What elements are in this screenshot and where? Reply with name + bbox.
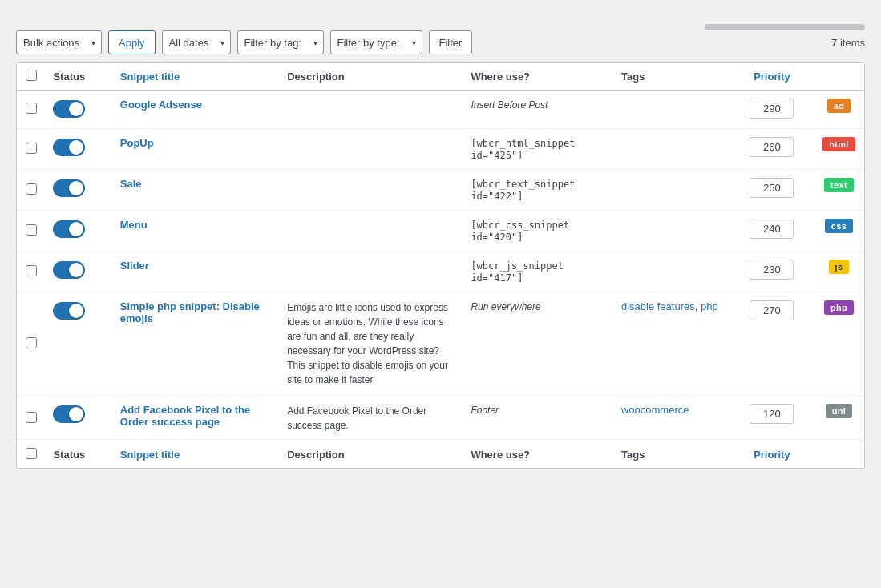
row-tags-cell [613, 129, 730, 170]
th-tags: Tags [613, 63, 730, 91]
row-priority-cell [730, 91, 814, 129]
row-title-cell: Slider [112, 252, 279, 292]
row-where-cell: [wbcr_js_snippet id="417"] [463, 252, 613, 292]
priority-input[interactable] [750, 178, 794, 198]
scrollbar-wrap[interactable] [16, 24, 865, 30]
row-where-cell: [wbcr_html_snippet id="425"] [463, 129, 613, 170]
snippet-title-link[interactable]: Google Adsense [120, 99, 202, 111]
row-priority-cell [730, 252, 814, 292]
row-checkbox[interactable] [26, 224, 37, 236]
filter-by-tag-select[interactable]: Filter by tag: [237, 30, 324, 54]
th-checkbox [17, 63, 45, 91]
row-status-cell [45, 129, 111, 170]
row-where-use: [wbcr_text_snippet id="422"] [471, 179, 575, 202]
th-status: Status [45, 63, 111, 91]
row-title-cell: PopUp [112, 129, 279, 170]
type-badge: text [824, 178, 854, 192]
tfoot-th-snippet-title[interactable]: Snippet title [112, 441, 279, 469]
priority-input[interactable] [750, 137, 794, 157]
table-row: Menu [wbcr_css_snippet id="420"] css [17, 211, 864, 252]
snippet-title-link[interactable]: Slider [120, 260, 149, 272]
tag-link[interactable]: php [701, 300, 718, 312]
row-checkbox[interactable] [26, 337, 37, 348]
row-checkbox-cell [17, 91, 45, 129]
row-description: Add Facebook Pixel to the Order success … [287, 405, 426, 431]
row-checkbox[interactable] [26, 412, 37, 423]
priority-input[interactable] [750, 219, 794, 239]
table-row: PopUp [wbcr_html_snippet id="425"] html [17, 129, 864, 170]
row-checkbox[interactable] [26, 265, 37, 276]
row-checkbox-cell [17, 292, 45, 396]
snippet-title-link[interactable]: Sale [120, 178, 142, 190]
row-where-use: [wbcr_html_snippet id="425"] [471, 138, 575, 161]
row-tags-cell: woocommerce [613, 396, 730, 441]
apply-button[interactable]: Apply [108, 30, 156, 54]
tfoot-th-description: Description [279, 441, 463, 469]
row-status-cell [45, 292, 111, 396]
row-priority-cell [730, 396, 814, 441]
row-tags-cell [613, 252, 730, 292]
select-all-footer-checkbox[interactable] [26, 448, 37, 459]
row-checkbox[interactable] [26, 103, 37, 114]
toggle-switch[interactable] [53, 179, 85, 197]
row-desc-cell [279, 91, 463, 129]
table-row: Slider [wbcr_js_snippet id="417"] js [17, 252, 864, 292]
select-all-checkbox[interactable] [26, 70, 37, 81]
row-where-use: [wbcr_js_snippet id="417"] [471, 260, 564, 284]
th-where-use: Where use? [463, 63, 613, 91]
tfoot-th-priority: Priority [730, 441, 814, 469]
row-desc-cell: Emojis are little icons used to express … [279, 292, 463, 396]
scrollbar-thumb[interactable] [705, 24, 865, 30]
row-priority-cell [730, 292, 814, 396]
row-checkbox-cell [17, 211, 45, 252]
priority-input[interactable] [750, 99, 794, 119]
row-tags-cell [613, 211, 730, 252]
tfoot-th-type [814, 441, 864, 469]
tfoot-th-checkbox [17, 441, 45, 469]
type-badge: css [825, 219, 853, 233]
row-status-cell [45, 252, 111, 292]
row-where-use: [wbcr_css_snippet id="420"] [471, 219, 569, 243]
toggle-switch[interactable] [53, 139, 85, 156]
snippet-title-link[interactable]: Menu [120, 219, 148, 231]
type-badge: js [829, 260, 850, 274]
th-snippet-title[interactable]: Snippet title [112, 63, 279, 91]
table-body: Google Adsense Insert Before Post ad Pop… [17, 91, 864, 441]
priority-input[interactable] [750, 404, 794, 424]
filter-by-type-select[interactable]: Filter by type: [330, 30, 422, 54]
row-title-cell: Menu [112, 211, 279, 252]
all-dates-select[interactable]: All dates [162, 30, 231, 54]
snippet-title-link[interactable]: Simple php snippet: Disable emojis [120, 300, 260, 324]
tag-link[interactable]: disable features [621, 300, 695, 312]
toggle-slider [53, 302, 85, 320]
row-priority-cell [730, 211, 814, 252]
toggle-slider [53, 179, 85, 197]
th-priority[interactable]: Priority [730, 63, 814, 91]
bulk-actions-select[interactable]: Bulk actions [16, 30, 102, 54]
type-badge: ad [827, 99, 851, 113]
priority-input[interactable] [750, 260, 794, 280]
table-row: Simple php snippet: Disable emojis Emoji… [17, 292, 864, 396]
row-type-cell: php [814, 292, 864, 396]
row-type-cell: text [814, 170, 864, 211]
toggle-switch[interactable] [53, 220, 85, 238]
row-where-cell: [wbcr_css_snippet id="420"] [463, 211, 613, 252]
tag-link[interactable]: woocommerce [621, 404, 689, 416]
filter-button[interactable]: Filter [429, 30, 473, 54]
th-description: Description [279, 63, 463, 91]
snippet-title-link[interactable]: Add Facebook Pixel to the Order success … [120, 404, 251, 428]
type-badge: uni [826, 404, 852, 418]
row-checkbox[interactable] [26, 143, 37, 154]
snippet-title-link[interactable]: PopUp [120, 137, 154, 149]
toggle-slider [53, 220, 85, 238]
all-dates-select-wrap: All dates ▾ [162, 30, 231, 54]
page-wrap: Bulk actions ▾ Apply All dates ▾ Filter … [16, 24, 865, 469]
toggle-switch[interactable] [53, 302, 85, 320]
table-row: Add Facebook Pixel to the Order success … [17, 396, 864, 441]
priority-input[interactable] [750, 300, 794, 320]
toggle-switch[interactable] [53, 261, 85, 279]
toolbar: Bulk actions ▾ Apply All dates ▾ Filter … [16, 30, 865, 54]
toggle-switch[interactable] [53, 100, 85, 118]
row-checkbox[interactable] [26, 183, 37, 195]
toggle-switch[interactable] [53, 405, 85, 423]
